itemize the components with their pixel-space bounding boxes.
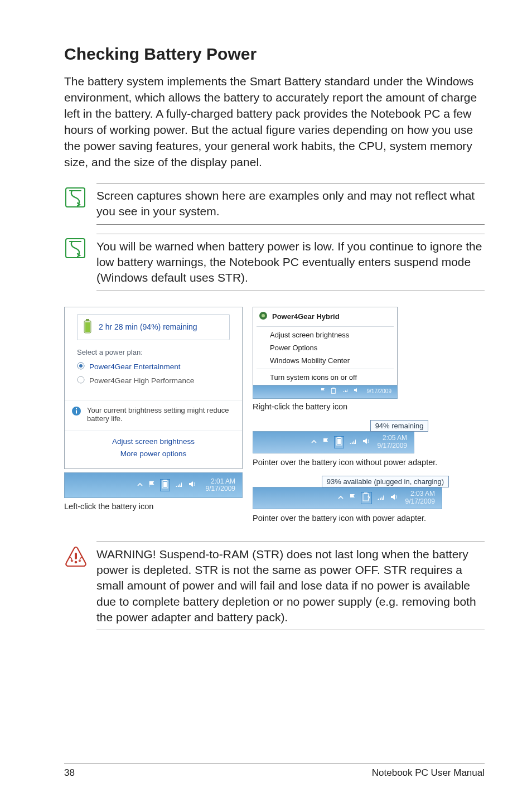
more-power-options-link[interactable]: More power options [65, 448, 242, 461]
ctx-header-label: Power4Gear Hybrid [272, 312, 340, 321]
tt1-time: 2:05 AM [378, 434, 407, 442]
power-plan-option-2[interactable]: Power4Gear High Performance [70, 374, 236, 388]
system-tray-small: 9/17/2009 [253, 385, 398, 399]
chevron-up-icon[interactable] [311, 437, 317, 447]
tt2-time: 2:03 AM [405, 490, 435, 498]
tray-time-text: 2:01 AM [206, 478, 235, 486]
battery-remaining-box: 2 hr 28 min (94%) remaining [77, 314, 230, 340]
battery-icon [83, 319, 92, 335]
chevron-up-icon[interactable] [337, 493, 344, 503]
battery-tray-icon[interactable] [162, 480, 168, 491]
network-icon[interactable] [175, 480, 183, 490]
svg-point-7 [78, 376, 84, 383]
intro-paragraph: The battery system implements the Smart … [64, 74, 485, 171]
warning-text: WARNING! Suspend-to-RAM (STR) does not l… [96, 547, 485, 626]
power4gear-icon [259, 311, 268, 322]
battery-tray-highlight [334, 436, 344, 448]
volume-icon[interactable] [354, 386, 360, 397]
left-caption: Left-click the battery icon [64, 501, 243, 513]
tray-date-text: 9/17/2009 [206, 485, 235, 493]
radio-checked-icon [77, 362, 85, 371]
page-number: 38 [64, 767, 75, 779]
battery-popup-panel: 2 hr 28 min (94%) remaining Select a pow… [64, 307, 243, 470]
note-text-2: You will be warned when battery power is… [96, 239, 485, 286]
ctx-item-adjust-brightness[interactable]: Adjust screen brightness [254, 328, 396, 341]
ctx-item-system-icons[interactable]: Turn system icons on or off [254, 371, 396, 384]
page-footer: 38 Notebook PC User Manual [64, 764, 485, 779]
svg-point-6 [79, 364, 83, 368]
note-block-2: You will be warned when battery power is… [64, 234, 485, 291]
warning-block: WARNING! Suspend-to-RAM (STR) does not l… [64, 542, 485, 631]
battery-tooltip-nopower: 94% remaining [370, 420, 429, 432]
battery-tray-highlight [361, 492, 372, 504]
network-icon[interactable] [349, 437, 357, 447]
note-icon [64, 186, 86, 211]
system-tray: 2:01 AM 9/17/2009 [64, 472, 243, 498]
context-menu-caption: Right-click the battery icon [253, 402, 485, 411]
battery-tooltip-charging: 93% available (plugged in, charging) [322, 476, 449, 487]
tray-clock[interactable]: 2:01 AM 9/17/2009 [202, 478, 239, 494]
ctx-item-mobility-center[interactable]: Windows Mobility Center [254, 354, 396, 367]
volume-icon[interactable] [188, 480, 197, 490]
svg-rect-17 [331, 389, 335, 394]
svg-rect-9 [76, 410, 77, 413]
plan-1-label: Power4Gear Entertainment [89, 363, 181, 371]
network-icon[interactable] [342, 386, 349, 397]
battery-tray-highlight [160, 479, 170, 491]
note-icon [64, 237, 86, 262]
battery-context-menu: Power4Gear Hybrid Adjust screen brightne… [253, 307, 398, 385]
note-block-1: Screen captures shown here are examples … [64, 183, 485, 225]
select-plan-label: Select a power plan: [70, 348, 236, 360]
info-icon [71, 406, 81, 418]
plan-2-label: Power4Gear High Performance [89, 376, 194, 385]
battery-tray-icon[interactable] [336, 437, 342, 448]
svg-point-15 [262, 314, 265, 317]
note-text-1: Screen captures shown here are examples … [96, 188, 485, 220]
flag-icon[interactable] [322, 437, 330, 447]
tray-date-small: 9/17/2009 [367, 388, 392, 395]
power-plan-option-1[interactable]: Power4Gear Entertainment [70, 360, 236, 374]
tray-clock[interactable]: 2:03 AM 9/17/2009 [402, 490, 438, 506]
page-heading: Checking Battery Power [64, 45, 485, 64]
flag-icon[interactable] [349, 493, 356, 503]
system-tray-tooltip1: 2:05 AM 9/17/2009 [253, 431, 414, 453]
flag-icon[interactable] [320, 386, 327, 397]
tray-clock[interactable]: 9/17/2009 [364, 388, 395, 395]
battery-tray-icon[interactable] [331, 386, 338, 397]
tooltip1-caption: Pointer over the battery icon without po… [253, 458, 485, 467]
svg-rect-4 [85, 322, 90, 332]
radio-unchecked-icon [77, 376, 85, 385]
footer-title: Notebook PC User Manual [372, 767, 485, 779]
network-icon[interactable] [376, 493, 385, 503]
adjust-brightness-link[interactable]: Adjust screen brightness [65, 436, 242, 448]
tray-clock[interactable]: 2:05 AM 9/17/2009 [374, 434, 410, 450]
volume-icon[interactable] [362, 437, 371, 447]
system-tray-tooltip2: 2:03 AM 9/17/2009 [253, 487, 442, 509]
svg-rect-10 [76, 408, 77, 409]
warning-icon [64, 545, 88, 571]
tt1-date: 9/17/2009 [378, 442, 407, 450]
brightness-info: Your current brightness setting might re… [65, 400, 242, 431]
battery-charging-icon[interactable] [362, 492, 370, 504]
flag-icon[interactable] [148, 480, 156, 490]
tooltip2-caption: Pointer over the battery icon with power… [253, 514, 485, 523]
volume-icon[interactable] [390, 493, 399, 503]
svg-rect-20 [337, 439, 341, 444]
svg-rect-23 [75, 553, 77, 559]
ctx-item-power-options[interactable]: Power Options [254, 341, 396, 354]
battery-remaining-text: 2 hr 28 min (94%) remaining [99, 322, 197, 331]
svg-point-24 [75, 561, 78, 563]
svg-rect-13 [163, 482, 167, 487]
chevron-up-icon[interactable] [137, 480, 143, 490]
ctx-menu-header[interactable]: Power4Gear Hybrid [254, 308, 396, 325]
tt2-date: 9/17/2009 [405, 498, 435, 506]
brightness-info-text: Your current brightness setting might re… [87, 406, 235, 423]
